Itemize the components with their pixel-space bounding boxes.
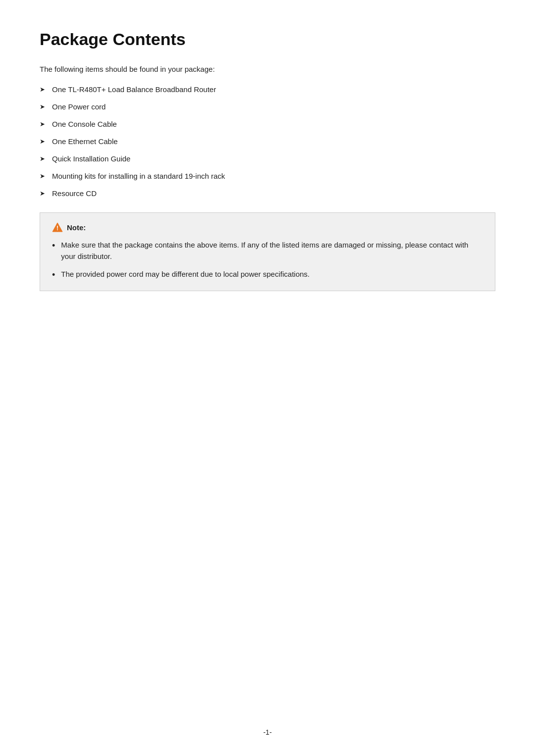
arrow-icon: ➤ (40, 138, 45, 145)
page-title: Package Contents (40, 30, 495, 49)
package-items-list: ➤One TL-R480T+ Load Balance Broadband Ro… (40, 85, 495, 198)
arrow-icon: ➤ (40, 103, 45, 110)
list-item: ➤One Power cord (40, 102, 495, 111)
note-item-text: Make sure that the package contains the … (61, 240, 483, 262)
note-bullet-icon: • (52, 268, 55, 282)
list-item: ➤One Console Cable (40, 120, 495, 128)
list-item: ➤Quick Installation Guide (40, 154, 495, 163)
arrow-icon: ➤ (40, 172, 45, 180)
page-footer: -1- (0, 728, 535, 736)
warning-icon: ! (52, 222, 63, 233)
arrow-icon: ➤ (40, 155, 45, 162)
arrow-icon: ➤ (40, 190, 45, 197)
note-list-item: •The provided power cord may be differen… (52, 269, 483, 282)
list-item-text: Mounting kits for installing in a standa… (52, 172, 225, 180)
list-item: ➤Mounting kits for installing in a stand… (40, 172, 495, 180)
list-item-text: One Power cord (52, 102, 106, 111)
list-item-text: Resource CD (52, 189, 97, 198)
note-items-list: •Make sure that the package contains the… (52, 240, 483, 282)
note-item-text: The provided power cord may be different… (61, 269, 483, 280)
list-item-text: One Console Cable (52, 120, 117, 128)
svg-text:!: ! (56, 225, 58, 232)
arrow-icon: ➤ (40, 120, 45, 128)
intro-text: The following items should be found in y… (40, 65, 495, 73)
note-header: ! Note: (52, 222, 483, 233)
list-item: ➤Resource CD (40, 189, 495, 198)
note-label: Note: (67, 223, 86, 232)
page-container: Package Contents The following items sho… (0, 0, 535, 331)
arrow-icon: ➤ (40, 86, 45, 93)
list-item: ➤One Ethernet Cable (40, 137, 495, 146)
note-list-item: •Make sure that the package contains the… (52, 240, 483, 262)
list-item: ➤One TL-R480T+ Load Balance Broadband Ro… (40, 85, 495, 94)
list-item-text: One TL-R480T+ Load Balance Broadband Rou… (52, 85, 216, 94)
list-item-text: One Ethernet Cable (52, 137, 118, 146)
note-box: ! Note: •Make sure that the package cont… (40, 212, 495, 291)
list-item-text: Quick Installation Guide (52, 154, 130, 163)
note-bullet-icon: • (52, 239, 55, 252)
